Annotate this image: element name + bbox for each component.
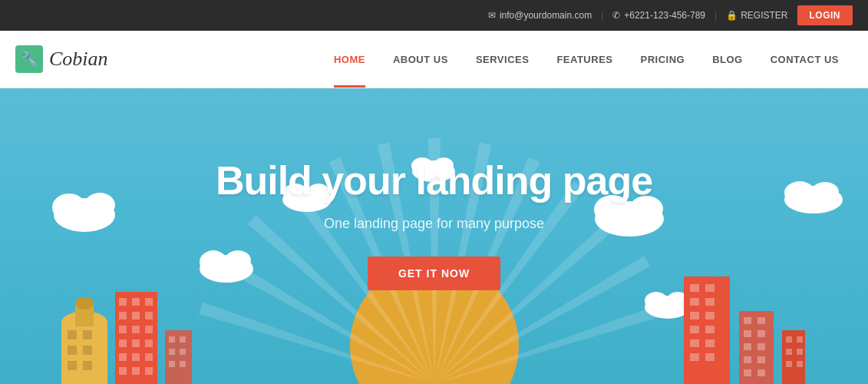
svg-rect-56	[145, 339, 153, 347]
svg-rect-77	[690, 326, 699, 333]
email-icon: ✉	[488, 10, 496, 21]
svg-rect-59	[145, 353, 153, 361]
svg-rect-81	[690, 353, 699, 361]
svg-rect-48	[119, 312, 127, 319]
svg-rect-55	[132, 339, 140, 347]
svg-rect-97	[786, 349, 792, 355]
svg-rect-75	[690, 312, 699, 319]
svg-rect-49	[132, 312, 140, 319]
nav-item-contact[interactable]: CONTACT US	[757, 31, 853, 88]
nav-item-about[interactable]: ABOUT US	[379, 31, 462, 88]
top-bar: ✉ info@yourdomain.com | ✆ +6221-123-456-…	[0, 0, 868, 31]
nav-item-pricing[interactable]: PRICING	[627, 31, 699, 88]
nav-item-home[interactable]: HOME	[320, 31, 379, 88]
nav-link-features[interactable]: FEATURES	[543, 31, 626, 88]
cta-button[interactable]: GET IT NOW	[368, 257, 500, 290]
svg-rect-39	[83, 346, 92, 355]
svg-rect-96	[797, 336, 803, 343]
svg-rect-92	[744, 369, 751, 376]
svg-rect-38	[68, 346, 77, 355]
svg-rect-79	[690, 339, 699, 347]
hero-content: Build your landing page One landing page…	[0, 88, 868, 290]
svg-rect-47	[145, 298, 153, 306]
svg-point-43	[75, 297, 94, 310]
nav-link-home[interactable]: HOME	[320, 31, 379, 88]
nav-links: HOME ABOUT US SERVICES FEATURES PRICING …	[320, 31, 853, 88]
svg-rect-69	[180, 361, 186, 367]
hero-subtitle: One landing page for many purpose	[0, 216, 868, 232]
svg-rect-76	[705, 312, 715, 319]
svg-rect-50	[145, 312, 153, 319]
email-text: info@yourdomain.com	[500, 10, 592, 21]
svg-rect-87	[757, 330, 765, 337]
svg-rect-88	[744, 343, 751, 350]
nav-item-services[interactable]: SERVICES	[462, 31, 543, 88]
svg-rect-36	[68, 330, 77, 339]
svg-rect-60	[119, 367, 127, 375]
register-label: REGISTER	[741, 10, 787, 21]
svg-rect-74	[705, 298, 715, 306]
wrench-icon: 🔧	[21, 51, 38, 68]
svg-rect-91	[757, 356, 765, 363]
svg-rect-73	[690, 298, 699, 306]
svg-rect-45	[119, 298, 127, 306]
svg-rect-64	[169, 336, 175, 343]
svg-rect-68	[169, 361, 175, 367]
divider-1: |	[601, 10, 603, 21]
hero-title: Build your landing page	[0, 157, 868, 204]
svg-rect-93	[757, 369, 765, 376]
svg-rect-57	[119, 353, 127, 361]
logo-text: Cobian	[49, 48, 108, 71]
nav-item-blog[interactable]: BLOG	[698, 31, 757, 88]
nav-link-about[interactable]: ABOUT US	[379, 31, 462, 88]
email-item: ✉ info@yourdomain.com	[488, 10, 592, 21]
svg-rect-61	[132, 367, 140, 375]
svg-rect-67	[180, 349, 186, 355]
nav-link-pricing[interactable]: PRICING	[627, 31, 699, 88]
svg-rect-41	[83, 361, 92, 370]
hero-section: Build your landing page One landing page…	[0, 88, 868, 384]
svg-rect-98	[797, 349, 803, 355]
svg-rect-100	[797, 361, 803, 367]
svg-rect-99	[786, 361, 792, 367]
svg-rect-58	[132, 353, 140, 361]
svg-rect-46	[132, 298, 140, 306]
nav-link-blog[interactable]: BLOG	[698, 31, 757, 88]
login-button[interactable]: LOGIN	[797, 5, 853, 25]
svg-rect-51	[119, 326, 127, 333]
svg-rect-66	[169, 349, 175, 355]
svg-rect-54	[119, 339, 127, 347]
nav-link-services[interactable]: SERVICES	[462, 31, 543, 88]
svg-rect-85	[757, 317, 765, 324]
phone-item: ✆ +6221-123-456-789	[612, 10, 705, 21]
phone-icon: ✆	[612, 10, 620, 21]
svg-rect-78	[705, 326, 715, 333]
nav-item-features[interactable]: FEATURES	[543, 31, 626, 88]
svg-rect-37	[83, 330, 92, 339]
svg-rect-52	[132, 326, 140, 333]
register-button[interactable]: 🔒 REGISTER	[726, 10, 787, 21]
nav-link-contact[interactable]: CONTACT US	[757, 31, 853, 88]
svg-rect-84	[744, 317, 751, 324]
divider-2: |	[715, 10, 717, 21]
lock-icon: 🔒	[726, 10, 738, 21]
svg-rect-86	[744, 330, 751, 337]
phone-text: +6221-123-456-789	[624, 10, 705, 21]
svg-rect-95	[786, 336, 792, 343]
svg-rect-90	[744, 356, 751, 363]
svg-rect-62	[145, 367, 153, 375]
svg-rect-89	[757, 343, 765, 350]
svg-rect-80	[705, 339, 715, 347]
svg-rect-82	[705, 353, 715, 361]
svg-rect-65	[180, 336, 186, 343]
svg-rect-53	[145, 326, 153, 333]
logo: 🔧 Cobian	[15, 45, 108, 73]
navbar: 🔧 Cobian HOME ABOUT US SERVICES FEATURES…	[0, 31, 868, 88]
logo-icon: 🔧	[15, 45, 43, 73]
svg-rect-40	[68, 361, 77, 370]
